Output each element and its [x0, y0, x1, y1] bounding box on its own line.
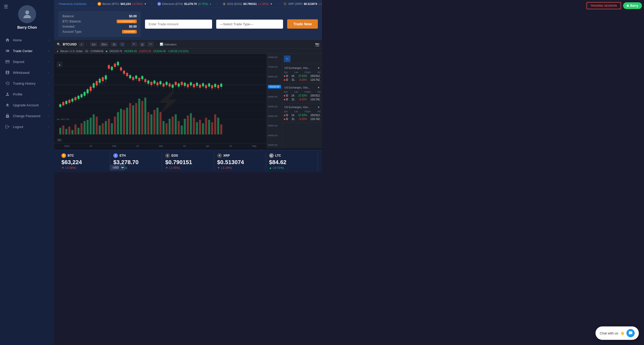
time-apr: Apr	[206, 145, 209, 147]
avatar	[18, 5, 36, 23]
xrp-change: (-1.19%)	[318, 2, 322, 5]
price-current: 63244.00	[268, 85, 281, 89]
svg-rect-13	[71, 130, 74, 134]
deposit-icon	[5, 59, 10, 64]
sidebar-item-upgrade[interactable]: Upgrade Account ›	[0, 100, 54, 110]
hamburger-icon[interactable]: ☰	[4, 4, 8, 10]
add-symbol-button[interactable]: +	[79, 42, 84, 47]
chart-symbol-label[interactable]: BTCUSD	[63, 42, 77, 46]
svg-rect-23	[102, 123, 104, 134]
svg-rect-72	[71, 99, 74, 101]
tf-1m-button[interactable]: 1m	[90, 42, 97, 47]
svg-rect-59	[211, 122, 213, 134]
sidebar-item-deposit[interactable]: Deposit ›	[0, 56, 54, 67]
live-dot	[106, 51, 107, 52]
indicators-button[interactable]: 📊 Indicators	[160, 43, 177, 46]
chevron-icon-2: ›	[48, 50, 49, 52]
time-2024: 2024	[64, 145, 69, 147]
svg-rect-41	[156, 108, 158, 134]
refresh-button[interactable]: ↻	[284, 55, 291, 62]
svg-rect-78	[81, 94, 83, 97]
svg-rect-52	[190, 113, 192, 134]
balance-value: $0.00	[129, 14, 137, 18]
side-chg-2-1: 27.63%	[298, 94, 307, 97]
trade-type-select[interactable]: ---Select Trade Type---	[216, 20, 283, 29]
tradingview-logo: TV	[57, 138, 62, 142]
currency-select[interactable]: USD	[110, 165, 125, 170]
svg-rect-132	[163, 83, 165, 86]
side-panel-dropdown-1[interactable]: ▼	[317, 67, 320, 69]
tf-1h-button[interactable]: 1h	[111, 42, 117, 47]
sidebar-item-withdrawal[interactable]: Withdrawal ›	[0, 67, 54, 78]
side-las-2-2: 31.	[292, 98, 295, 101]
invested-label: Invested:	[62, 25, 75, 28]
svg-rect-150	[190, 82, 192, 85]
chart-left[interactable]: ⚡	[54, 54, 282, 148]
coingecko-link[interactable]: CoinGecko	[74, 3, 86, 5]
svg-rect-164	[211, 85, 213, 88]
sidebar-item-home[interactable]: Home ›	[0, 35, 54, 45]
chart-type-candle[interactable]: |||	[139, 42, 145, 47]
col-las-2: Las	[294, 91, 298, 93]
side-row-2-1: D 14. 27.63% 159.812.	[284, 94, 320, 98]
svg-rect-16	[81, 123, 83, 134]
time-mar: Mar	[159, 145, 163, 147]
sidebar-item-profile[interactable]: Profile ›	[0, 89, 54, 100]
tf-30m-button[interactable]: 30m	[100, 42, 109, 47]
svg-rect-122	[147, 81, 149, 84]
ohlc-o: O63109.76	[109, 50, 122, 53]
bottom-ltc-name: LTC	[275, 154, 281, 157]
sidebar-item-trade-center[interactable]: Trade Center ›	[0, 45, 54, 56]
svg-rect-19	[90, 118, 92, 134]
scroll-up-button[interactable]: ▲	[57, 62, 62, 67]
svg-rect-27	[114, 117, 116, 134]
trade-now-button[interactable]: Trade Now	[287, 19, 318, 29]
sidebar-item-change-password[interactable]: Change Password ›	[0, 110, 54, 121]
col-chg: Chg%	[304, 71, 311, 74]
bottom-btc-change: ▼ (-0.56%)	[61, 166, 107, 169]
svg-rect-15	[77, 128, 79, 134]
btc-balance-row: BTC Balance: 0.00000000BTC	[62, 19, 137, 24]
chevron-icon-7: ›	[48, 104, 49, 107]
ticker-btc: ₿ Bitcoin (BTC) $63,224 (-0.56%) ▼	[98, 2, 146, 6]
screenshot-button[interactable]: 📷	[315, 42, 319, 46]
chart-type-line[interactable]: 〜	[147, 42, 154, 47]
col-vol-3: Vol	[317, 110, 320, 113]
bottom-eth-icon: Ξ	[113, 153, 118, 158]
svg-rect-53	[193, 118, 195, 134]
bottom-coin-ltc: Ł LTC $84.62 ▲ (-0.71%)	[266, 152, 318, 170]
xrp-name: XRP (XRP)	[288, 2, 302, 5]
bottom-coin-eth-header: Ξ ETH	[113, 153, 159, 158]
chart-toolbar: 🔍 BTCUSD + | 1m 30m 1h D | ⊢ ||| 〜 | 📊 I…	[54, 40, 322, 49]
bottom-coin-eos-header: E EOS	[165, 153, 211, 158]
sidebar-item-trading-history[interactable]: Trading History ›	[0, 78, 54, 89]
svg-rect-57	[205, 118, 207, 134]
bottom-ticker: ₿ BTC $63,224 ▼ (-0.56%) Ξ ETH $3,278.70…	[54, 150, 322, 172]
side-panel-col-headers-2: Syn Las Chg% Vol	[284, 90, 320, 94]
svg-rect-86	[93, 83, 95, 88]
side-panel-dropdown-2[interactable]: ▼	[317, 86, 320, 89]
account-type-row: Account Type: STARTER	[62, 29, 137, 34]
chart-type-bar[interactable]: ⊢	[131, 42, 137, 47]
svg-rect-55	[199, 120, 201, 134]
coingecko-icon: ↑	[57, 3, 59, 5]
bottom-xrp-name: XRP	[223, 154, 230, 157]
sidebar-label-home: Home	[13, 38, 22, 42]
svg-rect-152	[193, 84, 195, 87]
trade-amount-input[interactable]	[145, 20, 212, 29]
side-panel-header-2: US Exchanges, Volu... ▼	[284, 85, 320, 90]
sidebar-item-logout[interactable]: Logout ›	[0, 121, 54, 132]
svg-rect-156	[199, 85, 201, 88]
side-panel-dropdown-3[interactable]: ▼	[317, 106, 320, 109]
col-syn-2: Syn	[284, 91, 288, 93]
bottom-eos-price: $0.790151	[165, 159, 211, 166]
bottom-eos-change: ▼ (-1.95%)	[165, 166, 211, 169]
side-las-1-2: 31.	[292, 78, 295, 81]
tf-d-button[interactable]: D	[119, 42, 125, 47]
bottom-coin-xrp: ✕ XRP $0.513074 ▼ (-1.19%)	[214, 152, 266, 170]
svg-rect-10	[62, 125, 64, 134]
chart-info-bar: ● Bitcoin / U.S. Dollar · 1D · COINBASE …	[54, 49, 322, 54]
svg-rect-110	[129, 75, 131, 78]
svg-rect-45	[168, 119, 171, 134]
bottom-ltc-icon: Ł	[269, 153, 274, 158]
